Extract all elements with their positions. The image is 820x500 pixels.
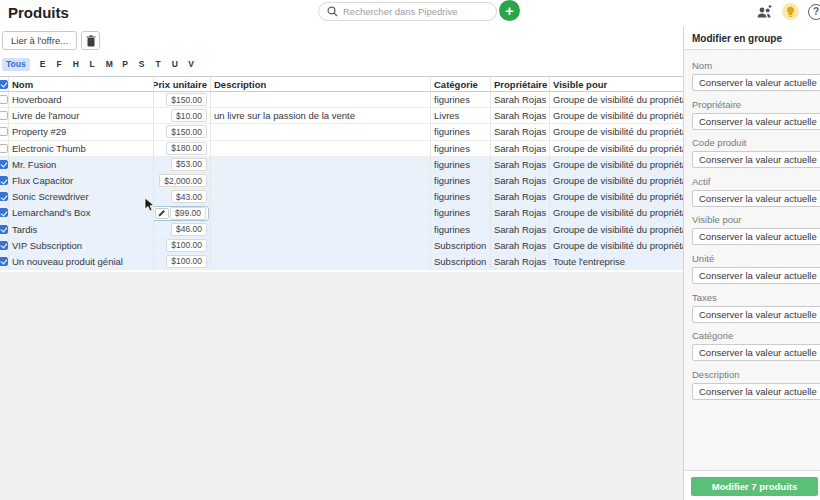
search-input[interactable]: Rechercher dans Pipedrive xyxy=(318,2,497,21)
filter-v[interactable]: V xyxy=(188,59,194,69)
field-label: Visible pour xyxy=(692,214,820,225)
filter-f[interactable]: F xyxy=(56,59,62,69)
owner-cell: Sarah Rojas xyxy=(491,205,550,220)
field-value-select[interactable]: Conserver la valeur actuelle xyxy=(692,74,820,91)
visible-to-cell: Groupe de visibilité du propriétaire xyxy=(550,205,683,220)
product-name-cell[interactable]: Tardis xyxy=(9,222,154,237)
price-value[interactable]: $100.00 xyxy=(166,239,207,252)
filter-p[interactable]: P xyxy=(122,59,128,69)
description-cell xyxy=(211,92,431,107)
owner-cell: Sarah Rojas xyxy=(491,222,550,237)
col-header-unit-price[interactable]: Prix unitaire xyxy=(154,77,211,91)
row-checkbox[interactable] xyxy=(0,127,8,136)
price-value[interactable]: $10.00 xyxy=(171,109,207,122)
delete-button[interactable] xyxy=(81,31,100,50)
filter-e[interactable]: E xyxy=(40,59,46,69)
filter-s[interactable]: S xyxy=(139,59,145,69)
owner-cell: Sarah Rojas xyxy=(491,108,550,123)
quick-add-button[interactable]: + xyxy=(499,0,520,21)
bulk-field-actif: ActifConserver la valeur actuelle xyxy=(692,176,820,207)
price-value[interactable]: $150.00 xyxy=(166,93,207,106)
category-cell: figurines xyxy=(431,222,491,237)
field-value-select[interactable]: Conserver la valeur actuelle xyxy=(692,383,820,400)
field-value-select[interactable]: Conserver la valeur actuelle xyxy=(692,344,820,361)
field-value-select[interactable]: Conserver la valeur actuelle xyxy=(692,113,820,130)
description-cell xyxy=(211,238,431,253)
description-cell xyxy=(211,222,431,237)
product-name-cell[interactable]: Sonic Screwdriver xyxy=(9,189,154,204)
table-row: Property #29$150.00figurinesSarah RojasG… xyxy=(0,124,683,140)
category-cell: figurines xyxy=(431,157,491,172)
filter-m[interactable]: M xyxy=(106,59,112,69)
field-value-select[interactable]: Conserver la valeur actuelle xyxy=(692,190,820,207)
table-row: Un nouveau produit génial$100.00Subscrip… xyxy=(0,254,683,270)
field-value-select[interactable]: Conserver la valeur actuelle xyxy=(692,267,820,284)
row-checkbox[interactable] xyxy=(0,241,8,250)
unit-price-cell: $100.00 xyxy=(154,238,211,253)
row-checkbox[interactable] xyxy=(0,225,8,234)
product-name-cell[interactable]: Mr. Fusion xyxy=(9,157,154,172)
row-checkbox[interactable] xyxy=(0,257,8,266)
product-name-cell[interactable]: Hoverboard xyxy=(9,92,154,107)
col-header-category[interactable]: Catégorie xyxy=(431,77,491,91)
visible-to-cell: Toute l'entreprise xyxy=(550,254,683,269)
search-icon xyxy=(327,6,338,17)
filter-t[interactable]: T xyxy=(155,59,161,69)
price-value[interactable]: $180.00 xyxy=(166,142,207,155)
price-value[interactable]: $100.00 xyxy=(166,255,207,268)
field-value-select[interactable]: Conserver la valeur actuelle xyxy=(692,151,820,168)
col-header-description[interactable]: Description xyxy=(211,77,431,91)
table-row: Tardis$46.00figurinesSarah RojasGroupe d… xyxy=(0,222,683,238)
row-checkbox[interactable] xyxy=(0,144,8,153)
product-name-cell[interactable]: Un nouveau produit génial xyxy=(9,254,154,269)
filter-l[interactable]: L xyxy=(89,59,95,69)
product-name-cell[interactable]: VIP Subscription xyxy=(9,238,154,253)
top-bar: Produits Rechercher dans Pipedrive + ? xyxy=(0,0,820,26)
product-name-cell[interactable]: Lemarchand's Box xyxy=(9,205,154,220)
filter-tous[interactable]: Tous xyxy=(2,58,30,71)
visible-to-cell: Groupe de visibilité du propriétaire xyxy=(550,141,683,156)
row-checkbox[interactable] xyxy=(0,192,8,201)
filter-h[interactable]: H xyxy=(73,59,79,69)
description-cell xyxy=(211,124,431,139)
visible-to-cell: Groupe de visibilité du propriétaire xyxy=(550,157,683,172)
bulk-edit-submit-button[interactable]: Modifier 7 produits xyxy=(691,477,818,496)
description-cell xyxy=(211,189,431,204)
row-checkbox[interactable] xyxy=(0,111,8,120)
link-to-deal-button[interactable]: Lier à l'offre... xyxy=(2,31,77,50)
price-value[interactable]: $2,000.00 xyxy=(159,174,207,187)
product-name-cell[interactable]: Flux Capacitor xyxy=(9,173,154,188)
owner-cell: Sarah Rojas xyxy=(491,189,550,204)
product-name-cell[interactable]: Property #29 xyxy=(9,124,154,139)
price-value[interactable]: $53.00 xyxy=(171,158,207,171)
visible-to-cell: Groupe de visibilité du propriétaire xyxy=(550,189,683,204)
col-header-owner[interactable]: Propriétaire xyxy=(491,77,550,91)
visible-to-cell: Groupe de visibilité du propriétaire xyxy=(550,108,683,123)
product-name-cell[interactable]: Electronic Thumb xyxy=(9,141,154,156)
invite-users-icon[interactable] xyxy=(755,5,773,19)
price-value-input[interactable]: $99.00 xyxy=(170,207,206,220)
table-row: Lemarchand's Box$99.00figurinesSarah Roj… xyxy=(0,205,683,221)
price-value[interactable]: $43.00 xyxy=(171,190,207,203)
col-header-visible-to[interactable]: Visible pour xyxy=(550,77,683,91)
help-icon[interactable]: ? xyxy=(808,4,820,20)
filter-u[interactable]: U xyxy=(172,59,178,69)
price-value[interactable]: $150.00 xyxy=(166,125,207,138)
suggestions-lightbulb-button[interactable] xyxy=(782,3,799,20)
product-name-cell[interactable]: Livre de l'amour xyxy=(9,108,154,123)
field-value-select[interactable]: Conserver la valeur actuelle xyxy=(692,228,820,245)
owner-cell: Sarah Rojas xyxy=(491,254,550,269)
field-value-select[interactable]: Conserver la valeur actuelle xyxy=(692,306,820,323)
select-all-checkbox[interactable] xyxy=(0,80,8,89)
description-cell xyxy=(211,173,431,188)
bulk-field-taxes: TaxesConserver la valeur actuelle xyxy=(692,292,820,323)
row-checkbox[interactable] xyxy=(0,176,8,185)
col-header-name[interactable]: Nom xyxy=(9,77,154,91)
edit-pencil-button[interactable] xyxy=(155,208,169,219)
unit-price-cell: $2,000.00 xyxy=(154,173,211,188)
price-value[interactable]: $46.00 xyxy=(171,223,207,236)
category-cell: figurines xyxy=(431,141,491,156)
row-checkbox[interactable] xyxy=(0,208,8,217)
row-checkbox[interactable] xyxy=(0,160,8,169)
row-checkbox[interactable] xyxy=(0,95,8,104)
